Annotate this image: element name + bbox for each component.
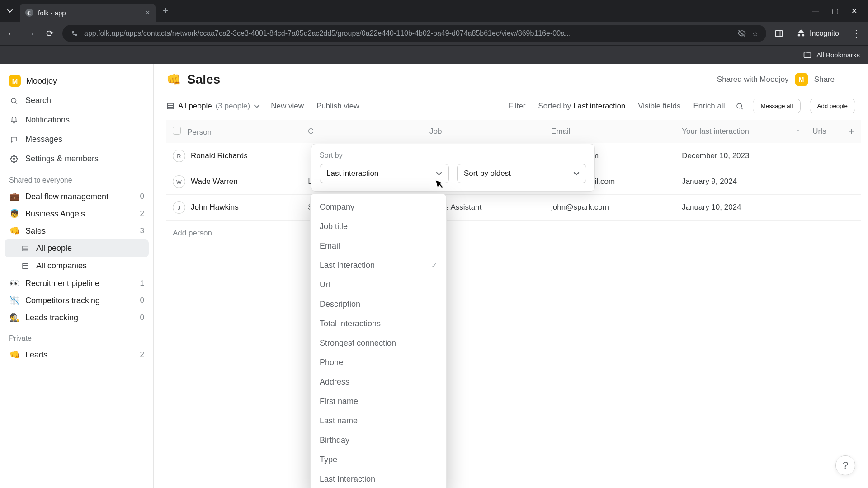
browser-tab[interactable]: ◐ folk - app ×	[20, 4, 156, 22]
table-row[interactable]: J John Hawkins Spark App +1 Sales Assist…	[166, 195, 861, 221]
group-label: Recruitment pipeline	[25, 279, 99, 288]
col-last-interaction[interactable]: Your last interaction	[682, 127, 749, 136]
message-all-button[interactable]: Message all	[753, 99, 800, 113]
sort-option[interactable]: Last name	[311, 411, 446, 431]
window-minimize-icon[interactable]: —	[812, 7, 819, 15]
help-button[interactable]: ?	[835, 455, 855, 475]
incognito-badge[interactable]: Incognito	[792, 28, 844, 38]
close-tab-icon[interactable]: ×	[145, 8, 150, 18]
sidebar-group[interactable]: 📉 Competitors tracking 0	[5, 292, 149, 309]
sort-option[interactable]: Job title	[311, 217, 446, 236]
sidebar-group[interactable]: 👼 Business Angels 2	[5, 205, 149, 222]
window-maximize-icon[interactable]: ▢	[832, 7, 839, 15]
cell-email[interactable]: john@spark.com	[545, 195, 675, 221]
add-people-button[interactable]: Add people	[810, 99, 855, 113]
nav-label: Messages	[25, 135, 62, 144]
nav-settings[interactable]: Settings & members	[5, 150, 149, 168]
cell-urls[interactable]	[806, 195, 842, 221]
publish-view-button[interactable]: Publish view	[315, 99, 361, 113]
subview-label: All companies	[36, 261, 87, 271]
svg-point-0	[72, 31, 74, 33]
site-info-icon[interactable]	[71, 29, 79, 38]
table-search-icon[interactable]	[736, 102, 744, 110]
nav-search[interactable]: Search	[5, 91, 149, 110]
cell-urls[interactable]	[806, 169, 842, 195]
col-email[interactable]: Email	[551, 127, 571, 136]
new-view-button[interactable]: New view	[269, 99, 306, 113]
eye-off-icon[interactable]	[737, 29, 746, 38]
sidebar-subview[interactable]: All people	[5, 239, 149, 257]
sort-option[interactable]: First name	[311, 392, 446, 411]
group-count: 3	[140, 226, 144, 235]
nav-reload-icon[interactable]: ⟳	[43, 27, 56, 40]
page-emoji: 👊	[166, 73, 181, 87]
sort-field-select[interactable]: Last interaction	[320, 164, 449, 183]
enrich-all-button[interactable]: Enrich all	[692, 99, 727, 113]
sidebar-group[interactable]: 👊 Leads 2	[5, 346, 149, 363]
browser-address-bar: ← → ⟳ app.folk.app/apps/contacts/network…	[0, 22, 868, 45]
sort-option[interactable]: Total interactions	[311, 314, 446, 333]
url-field[interactable]: app.folk.app/apps/contacts/network/ccaa7…	[62, 25, 766, 42]
add-person-button[interactable]: Add person	[166, 221, 861, 246]
svg-rect-13	[167, 103, 174, 109]
group-emoji: 👼	[9, 209, 20, 219]
browser-menu-icon[interactable]: ⋮	[850, 27, 863, 40]
group-emoji: 💼	[9, 192, 20, 202]
col-urls[interactable]: Urls	[812, 127, 826, 136]
side-panel-icon[interactable]	[773, 27, 785, 40]
sidebar-group[interactable]: 👀 Recruitment pipeline 1	[5, 275, 149, 292]
visible-fields-button[interactable]: Visible fields	[636, 99, 682, 113]
nav-label: Notifications	[25, 115, 70, 125]
group-count: 2	[140, 209, 144, 218]
sort-asc-icon[interactable]: ↑	[797, 127, 800, 135]
col-company[interactable]: C	[308, 127, 313, 136]
sort-option[interactable]: Last Interaction	[311, 469, 446, 488]
sort-option[interactable]: Last interaction ✓	[311, 256, 446, 275]
view-selector[interactable]: All people (3 people)	[166, 102, 260, 111]
sort-option[interactable]: Strongest connection	[311, 333, 446, 353]
shared-with-label[interactable]: Shared with Moodjoy	[717, 75, 789, 84]
sort-order-select[interactable]: Sort by oldest	[457, 164, 586, 183]
sort-option[interactable]: Description	[311, 295, 446, 314]
nav-messages[interactable]: Messages	[5, 130, 149, 149]
share-button[interactable]: Share	[814, 75, 835, 84]
cell-last-interaction[interactable]: January 10, 2024	[675, 195, 806, 221]
sort-field-value: Last interaction	[326, 169, 378, 178]
nav-notifications[interactable]: Notifications	[5, 111, 149, 129]
svg-point-1	[75, 34, 77, 36]
nav-forward-icon[interactable]: →	[24, 27, 37, 40]
new-tab-button[interactable]: +	[159, 5, 172, 17]
shared-avatar[interactable]: M	[795, 73, 808, 86]
cell-last-interaction[interactable]: December 10, 2023	[675, 143, 806, 169]
select-all-checkbox[interactable]	[173, 127, 181, 135]
sort-option[interactable]: Company	[311, 197, 446, 217]
sidebar-group[interactable]: 💼 Deal flow management 0	[5, 188, 149, 205]
bookmarks-folder-icon[interactable]	[803, 51, 812, 60]
all-bookmarks-link[interactable]: All Bookmarks	[816, 51, 860, 59]
cell-urls[interactable]	[806, 143, 842, 169]
sort-option[interactable]: Address	[311, 372, 446, 392]
sidebar-group[interactable]: 🕵️ Leads tracking 0	[5, 309, 149, 326]
sort-option[interactable]: Email	[311, 236, 446, 256]
sort-option[interactable]: Birthday	[311, 431, 446, 450]
window-close-icon[interactable]: ✕	[851, 7, 857, 15]
col-job[interactable]: Job	[429, 127, 442, 136]
tab-list-dropdown[interactable]	[4, 5, 16, 17]
filter-button[interactable]: Filter	[507, 99, 528, 113]
sort-option[interactable]: Phone	[311, 353, 446, 372]
sort-option[interactable]: Url	[311, 275, 446, 295]
sort-button[interactable]: Sorted by Last interaction	[537, 99, 627, 113]
page-title: Sales	[187, 72, 220, 87]
add-column-button[interactable]: +	[842, 120, 861, 143]
workspace-switcher[interactable]: M Moodjoy	[5, 71, 149, 90]
sort-option-label: Last name	[320, 416, 358, 426]
sidebar-group[interactable]: 👊 Sales 3	[5, 222, 149, 239]
group-count: 1	[140, 279, 144, 288]
nav-back-icon[interactable]: ←	[5, 27, 18, 40]
sort-option[interactable]: Type	[311, 450, 446, 469]
page-more-icon[interactable]: ⋯	[841, 74, 855, 85]
sidebar-subview[interactable]: All companies	[5, 257, 149, 275]
cell-last-interaction[interactable]: January 9, 2024	[675, 169, 806, 195]
bookmark-star-icon[interactable]: ☆	[752, 29, 758, 38]
col-person[interactable]: Person	[187, 128, 212, 136]
